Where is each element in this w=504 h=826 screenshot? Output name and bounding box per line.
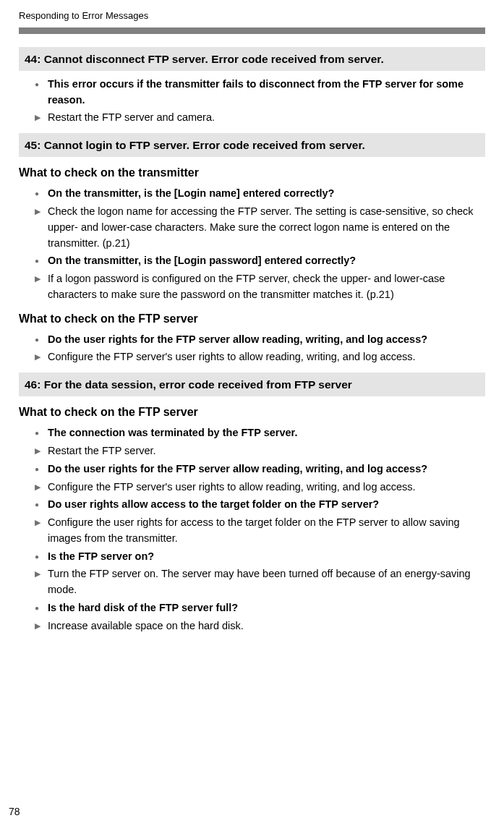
running-head: Responding to Error Messages [19,9,485,23]
action-text: If a logon password is configured on the… [48,271,485,303]
list-item: ▶Turn the FTP server on. The server may … [35,566,485,598]
action-text: Configure the FTP server's user rights t… [48,349,485,365]
list-item: ▶Increase available space on the hard di… [35,618,485,634]
action-icon: ▶ [35,443,45,458]
list-item: ▶Restart the FTP server and camera. [35,110,485,126]
bullet-icon: ● [35,253,45,267]
section-title: 46: For the data session, error code rec… [19,372,485,396]
action-icon: ▶ [35,480,45,494]
list-item: ▶If a logon password is configured on th… [35,271,485,303]
list-item: ●Is the hard disk of the FTP server full… [35,600,485,616]
list-item: ●Is the FTP server on? [35,549,485,565]
action-text: Configure the FTP server's user rights t… [48,480,485,495]
bullet-icon: ● [35,600,45,614]
bullet-text: Do user rights allow access to the targe… [48,497,485,513]
bullet-icon: ● [35,332,45,346]
list-item: ●Do the user rights for the FTP server a… [35,461,485,477]
item-list: ●This error occurs if the transmitter fa… [19,77,485,126]
list-item: ●On the transmitter, is the [Login name]… [35,186,485,202]
action-text: Restart the FTP server. [48,443,485,459]
list-item: ▶Configure the user rights for access to… [35,515,485,547]
list-item: ●The connection was terminated by the FT… [35,425,485,441]
bullet-icon: ● [35,549,45,563]
bullet-text: On the transmitter, is the [Login name] … [48,186,485,202]
action-icon: ▶ [35,110,45,124]
section-title: 44: Cannot disconnect FTP server. Error … [19,47,485,71]
list-item: ●This error occurs if the transmitter fa… [35,77,485,108]
bullet-icon: ● [35,425,45,439]
list-item: ▶Configure the FTP server's user rights … [35,349,485,365]
action-text: Configure the user rights for access to … [48,515,485,547]
action-icon: ▶ [35,349,45,364]
section-title: 45: Cannot login to FTP server. Error co… [19,133,485,157]
sub-heading: What to check on the FTP server [19,310,485,328]
action-text: Turn the FTP server on. The server may h… [48,566,485,598]
sub-heading: What to check on the FTP server [19,404,485,421]
bullet-icon: ● [35,461,45,475]
list-item: ▶Restart the FTP server. [35,443,485,459]
action-icon: ▶ [35,271,45,286]
action-text: Increase available space on the hard dis… [48,618,485,634]
bullet-icon: ● [35,497,45,511]
action-icon: ▶ [35,515,45,529]
list-item: ●Do the user rights for the FTP server a… [35,332,485,348]
bullet-text: Is the FTP server on? [48,549,485,565]
list-item: ▶Configure the FTP server's user rights … [35,480,485,495]
bullet-icon: ● [35,186,45,200]
action-icon: ▶ [35,204,45,218]
bullet-text: Do the user rights for the FTP server al… [48,461,485,477]
bullet-text: Is the hard disk of the FTP server full? [48,600,485,616]
list-item: ●On the transmitter, is the [Login passw… [35,253,485,269]
item-list: ●On the transmitter, is the [Login name]… [19,186,485,302]
list-item: ●Do user rights allow access to the targ… [35,497,485,513]
header-divider [19,27,485,34]
action-text: Restart the FTP server and camera. [48,110,485,126]
action-text: Check the logon name for accessing the F… [48,204,485,251]
item-list: ●The connection was terminated by the FT… [19,425,485,634]
sub-heading: What to check on the transmitter [19,164,485,182]
bullet-icon: ● [35,77,45,90]
list-item: ▶Check the logon name for accessing the … [35,204,485,251]
action-icon: ▶ [35,566,45,581]
bullet-text: The connection was terminated by the FTP… [48,425,485,441]
bullet-text: Do the user rights for the FTP server al… [48,332,485,348]
bullet-text: This error occurs if the transmitter fai… [48,77,485,108]
item-list: ●Do the user rights for the FTP server a… [19,332,485,366]
action-icon: ▶ [35,618,45,633]
bullet-text: On the transmitter, is the [Login passwo… [48,253,485,269]
